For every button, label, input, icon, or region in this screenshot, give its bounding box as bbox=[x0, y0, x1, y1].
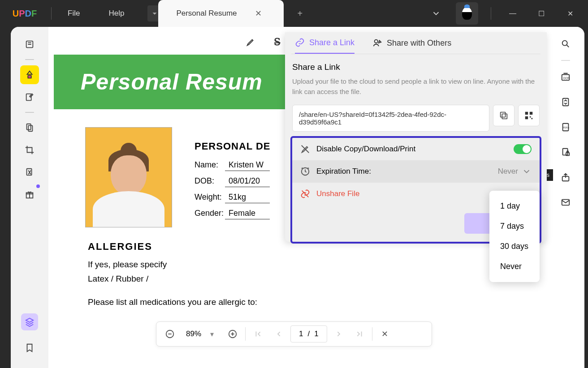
close-button[interactable]: ✕ bbox=[561, 4, 579, 22]
edit-tool[interactable] bbox=[20, 88, 39, 107]
search-icon[interactable] bbox=[557, 35, 575, 53]
svg-rect-20 bbox=[525, 112, 528, 115]
name-value: Kristen W bbox=[225, 160, 270, 171]
weight-value: 51kg bbox=[225, 193, 270, 203]
svg-rect-4 bbox=[28, 125, 32, 131]
documents-tool[interactable] bbox=[20, 163, 39, 182]
crop-tool[interactable] bbox=[20, 141, 39, 159]
zoom-in-button[interactable] bbox=[225, 327, 240, 341]
zoom-out-button[interactable] bbox=[163, 327, 177, 341]
tab-close-icon[interactable]: ✕ bbox=[255, 9, 262, 18]
people-icon bbox=[372, 38, 382, 48]
prev-page-button[interactable] bbox=[271, 327, 285, 341]
bookmark-tool[interactable] bbox=[20, 338, 39, 357]
user-avatar-button[interactable] bbox=[456, 2, 478, 25]
profile-photo bbox=[85, 127, 172, 227]
weight-label: Weight: bbox=[195, 193, 225, 202]
dropdown-item-never[interactable]: Never bbox=[489, 257, 540, 277]
disable-copy-label: Disable Copy/Download/Print bbox=[316, 145, 415, 154]
close-footer-button[interactable]: ✕ bbox=[378, 327, 392, 341]
dob-label: DOB: bbox=[195, 176, 225, 186]
svg-rect-22 bbox=[525, 116, 528, 119]
separator bbox=[245, 327, 246, 341]
left-toolbar bbox=[11, 27, 48, 368]
separator bbox=[561, 60, 570, 61]
first-page-button[interactable] bbox=[251, 327, 265, 341]
tab-share-link[interactable]: Share a Link bbox=[295, 38, 355, 54]
section-heading: PERSONAL DE bbox=[195, 141, 271, 152]
dropdown-item-1day[interactable]: 1 day bbox=[489, 196, 540, 216]
menu-help[interactable]: Help bbox=[94, 9, 138, 18]
svg-rect-1 bbox=[28, 76, 31, 78]
menu-file[interactable]: File bbox=[53, 9, 94, 18]
last-page-button[interactable] bbox=[352, 327, 367, 341]
copy-icon bbox=[499, 111, 509, 120]
svg-rect-21 bbox=[530, 112, 532, 115]
reader-tool[interactable] bbox=[20, 35, 39, 54]
highlighter-icon[interactable] bbox=[244, 35, 257, 49]
svg-point-7 bbox=[562, 41, 567, 46]
next-page-button[interactable] bbox=[333, 327, 347, 341]
divider bbox=[491, 7, 491, 20]
tab-title: Personal Resume bbox=[176, 9, 237, 18]
avatar-icon bbox=[462, 7, 472, 20]
allergies-question: If yes, please specify bbox=[88, 260, 541, 270]
divider bbox=[51, 7, 52, 20]
title-bar: UPDF File Help Personal Resume ✕ + — ☐ ✕ bbox=[0, 0, 588, 27]
separator bbox=[372, 327, 372, 341]
protect-icon[interactable] bbox=[557, 143, 575, 161]
maximize-button[interactable]: ☐ bbox=[532, 4, 550, 22]
gift-tool[interactable] bbox=[20, 185, 39, 204]
qr-icon bbox=[524, 111, 534, 120]
document-tab[interactable]: Personal Resume ✕ bbox=[158, 0, 284, 27]
expiration-dropdown[interactable]: Never bbox=[498, 167, 532, 176]
ocr-icon[interactable]: OCR bbox=[557, 68, 575, 86]
svg-text:OCR: OCR bbox=[563, 77, 570, 80]
link-icon bbox=[295, 38, 305, 47]
expiration-value: Never bbox=[498, 167, 518, 176]
share-description: Upload your file to the cloud to send pe… bbox=[292, 77, 540, 97]
strikethrough-icon[interactable]: S̶ bbox=[271, 35, 284, 49]
pages-tool[interactable] bbox=[20, 118, 39, 137]
zoom-dropdown[interactable]: ▾ bbox=[210, 330, 220, 338]
dropdown-item-7days[interactable]: 7 days bbox=[489, 216, 540, 236]
share-heading: Share a Link bbox=[292, 62, 540, 72]
unshare-button[interactable]: Unshare File bbox=[316, 189, 359, 198]
highlight-tool[interactable] bbox=[20, 65, 39, 84]
total-pages: 1 bbox=[314, 329, 318, 338]
qr-button[interactable] bbox=[518, 105, 540, 126]
disable-copy-toggle[interactable] bbox=[514, 144, 532, 154]
new-tab-button[interactable]: + bbox=[291, 4, 309, 22]
tab-share-others-label: Share with Others bbox=[387, 39, 451, 48]
page-indicator[interactable]: 1 / 1 bbox=[290, 325, 327, 342]
svg-rect-24 bbox=[532, 118, 533, 120]
separator bbox=[25, 59, 34, 60]
expiration-dropdown-menu: 1 day 7 days 30 days Never bbox=[489, 191, 540, 282]
tab-share-link-label: Share a Link bbox=[309, 38, 355, 47]
chevron-down-icon bbox=[522, 167, 532, 176]
page-separator: / bbox=[307, 329, 310, 338]
pdfa-icon[interactable]: PDF/A bbox=[557, 118, 575, 136]
chevron-down-icon[interactable] bbox=[427, 4, 445, 22]
gender-value: Female bbox=[225, 209, 270, 219]
share-icon[interactable] bbox=[557, 168, 575, 186]
share-url-input[interactable]: /share/en-US?shareId=0f1342f5-2dea-4fed-… bbox=[292, 105, 489, 132]
svg-text:PDF/A: PDF/A bbox=[563, 127, 570, 129]
zoom-value: 89% bbox=[182, 329, 205, 338]
mail-icon[interactable] bbox=[557, 193, 575, 211]
copy-button[interactable] bbox=[493, 105, 514, 126]
dropdown-item-30days[interactable]: 30 days bbox=[489, 236, 540, 257]
minimize-button[interactable]: — bbox=[504, 4, 522, 22]
svg-point-17 bbox=[375, 40, 378, 43]
expiration-label: Expiration Time: bbox=[316, 167, 371, 176]
tab-share-others[interactable]: Share with Others bbox=[372, 38, 451, 54]
right-toolbar: OCR PDF/A bbox=[547, 27, 584, 368]
svg-rect-18 bbox=[502, 114, 507, 119]
unlink-icon bbox=[300, 189, 310, 199]
name-label: Name: bbox=[195, 160, 225, 170]
svg-rect-23 bbox=[530, 116, 531, 118]
allergies-options: Latex / Rubber / bbox=[88, 274, 541, 284]
app-logo: UPDF bbox=[0, 9, 49, 19]
convert-icon[interactable] bbox=[557, 93, 575, 111]
layers-button[interactable] bbox=[21, 313, 38, 330]
